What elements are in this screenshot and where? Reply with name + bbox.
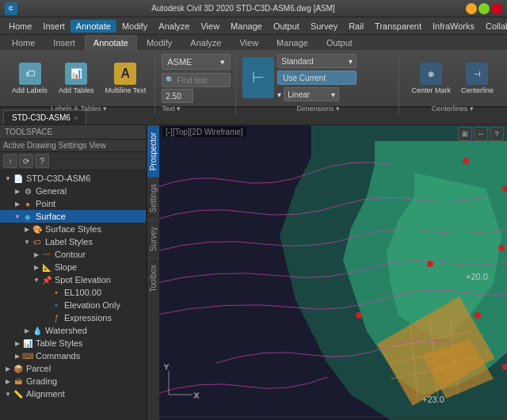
tree-icon-grading: 🏔 [13, 376, 24, 387]
menu-rail[interactable]: Rail [343, 20, 369, 32]
tree-icon-alignment: 📏 [13, 388, 24, 399]
tree-node-spot-elevation[interactable]: ▼ 📌 Spot Elevation [0, 273, 146, 286]
linear-label: ▾ [277, 90, 281, 99]
doc-tab-asm6[interactable]: STD-C3D-ASM6 × [3, 110, 86, 124]
menu-annotate[interactable]: Annotate [71, 20, 116, 32]
tree-node-expressions[interactable]: ƒ Expressions [0, 311, 146, 324]
text-size-field[interactable]: 2.50 [162, 89, 193, 103]
tab-output[interactable]: Output [318, 35, 361, 50]
add-labels-icon: 🏷 [19, 63, 41, 85]
centerlines-group-label: Centerlines ▾ [432, 105, 474, 113]
menu-transparent[interactable]: Transparent [369, 20, 427, 32]
multiline-text-button[interactable]: A Multiline Text [101, 60, 150, 97]
toolbar-btn-1[interactable]: ↑ [3, 154, 17, 168]
viewport[interactable]: [-][Top][2D Wireframe] [159, 125, 507, 420]
centerlines-group: ⊕ Center Mark ⊣ Centerline Centerlines ▾ [401, 52, 504, 114]
tree-node-general[interactable]: ▶ ⚙ General [0, 185, 146, 197]
standard-dropdown[interactable]: Standard ▾ [277, 54, 356, 68]
tree-icon-surface-styles: 🎨 [32, 223, 43, 235]
tree-node-slope[interactable]: ▶ 📐 Slope [0, 261, 146, 273]
tree-label-alignment: Alignment [26, 389, 65, 399]
close-button[interactable] [491, 3, 502, 14]
add-tables-button[interactable]: 📊 Add Tables [55, 60, 97, 97]
toolbar-btn-3[interactable]: ? [35, 154, 49, 168]
vp-btn-1[interactable]: ⊞ [458, 127, 472, 141]
side-tab-toolbox[interactable]: Toolbox [147, 258, 159, 298]
tree-arrow-slope: ▶ [32, 262, 41, 272]
dimension-button[interactable]: ⊢ [242, 57, 274, 98]
center-mark-label: Center Mark [411, 86, 451, 94]
toolbar-btn-2[interactable]: ⟳ [19, 154, 33, 168]
tab-manage[interactable]: Manage [268, 35, 317, 50]
center-mark-button[interactable]: ⊕ Center Mark [407, 60, 455, 97]
centerlines-buttons: ⊕ Center Mark ⊣ Centerline [407, 54, 497, 103]
tree-node-label-styles[interactable]: ▼ 🏷 Label Styles [0, 235, 146, 248]
tree-node-root[interactable]: ▼ 📄 STD-C3D-ASM6 [0, 172, 146, 185]
tree-node-commands[interactable]: ▶ ⌨ Commands [0, 349, 146, 362]
tree-node-surface[interactable]: ▼ ◆ Surface [0, 210, 146, 223]
menu-insert[interactable]: Insert [37, 20, 71, 32]
minimize-button[interactable] [466, 3, 477, 14]
side-tabs: Prospector Settings Survey Toolbox [147, 125, 159, 420]
asme-dropdown[interactable]: ASME ▾ [162, 54, 231, 70]
center-mark-icon: ⊕ [420, 63, 442, 85]
tree-arrow-contour: ▶ [32, 250, 41, 259]
tab-annotate[interactable]: Annotate [85, 35, 137, 50]
dimensions-group: ⊢ Standard ▾ Use Current ▾ Linear ▾ [238, 52, 399, 114]
side-tab-prospector[interactable]: Prospector [147, 125, 159, 177]
menu-output[interactable]: Output [268, 20, 305, 32]
side-tab-survey[interactable]: Survey [147, 220, 159, 258]
title-bar: C Autodesk Civil 3D 2020 STD-C3D-ASM6.dw… [0, 0, 507, 17]
use-current-button[interactable]: Use Current [277, 71, 356, 85]
linear-dropdown[interactable]: Linear ▾ [284, 87, 339, 101]
menu-home[interactable]: Home [3, 20, 37, 32]
vp-btn-2[interactable]: ↔ [474, 127, 488, 141]
tree-node-elevation-only[interactable]: 🔹 Elevation Only [0, 299, 146, 311]
ribbon-content: 🏷 Add Labels 📊 Add Tables A Multiline Te… [0, 50, 507, 116]
menu-collaborate[interactable]: Collaborate [480, 20, 507, 32]
doc-tab-close[interactable]: × [74, 114, 78, 122]
tree-node-el100[interactable]: 🔸 EL100.00 [0, 286, 146, 299]
tree-node-grading[interactable]: ▶ 🏔 Grading [0, 375, 146, 388]
add-labels-button[interactable]: 🏷 Add Labels [8, 60, 51, 97]
tree-node-alignment[interactable]: ▼ 📏 Alignment [0, 388, 146, 400]
menu-manage[interactable]: Manage [225, 20, 268, 32]
labels-tables-buttons: 🏷 Add Labels 📊 Add Tables A Multiline Te… [8, 54, 150, 103]
tree-node-surface-styles[interactable]: ▶ 🎨 Surface Styles [0, 223, 146, 235]
viewport-toolbar: ⊞ ↔ ? [458, 127, 504, 141]
app-icon: C [5, 2, 17, 15]
menu-infraworks[interactable]: InfraWorks [427, 20, 480, 32]
text-group: ASME ▾ 🔍 Find text 2.50 Text ▾ [157, 52, 236, 114]
tab-analyze[interactable]: Analyze [181, 35, 230, 50]
tree-node-point[interactable]: ▶ ● Point [0, 197, 146, 210]
tree-label-surface: Surface [36, 212, 66, 221]
tree-label-watershed: Watershed [45, 326, 87, 335]
multiline-text-icon: A [114, 63, 136, 85]
tree-node-contour[interactable]: ▶ 〰 Contour [0, 248, 146, 261]
tree-label-commands: Commands [36, 351, 80, 361]
tree-view: ▼ 📄 STD-C3D-ASM6 ▶ ⚙ General ▶ ● Point [0, 170, 146, 420]
tab-modify[interactable]: Modify [138, 35, 181, 50]
tree-node-table-styles[interactable]: ▶ 📊 Table Styles [0, 337, 146, 349]
main-area: TOOLSPACE Active Drawing Settings View ↑… [0, 125, 507, 420]
tree-icon-contour: 〰 [41, 249, 52, 260]
tab-home[interactable]: Home [3, 35, 44, 50]
tree-node-watershed[interactable]: ▶ 💧 Watershed [0, 324, 146, 337]
tab-insert[interactable]: Insert [44, 35, 84, 50]
tree-icon-commands: ⌨ [22, 350, 33, 361]
find-text-field[interactable]: 🔍 Find text [162, 73, 231, 87]
centerline-button[interactable]: ⊣ Centerline [457, 60, 497, 97]
side-tab-settings[interactable]: Settings [147, 177, 159, 219]
maximize-button[interactable] [478, 3, 490, 14]
add-labels-label: Add Labels [12, 86, 48, 94]
toolspace-header: TOOLSPACE [0, 125, 146, 139]
menu-analyze[interactable]: Analyze [153, 20, 195, 32]
tab-view[interactable]: View [231, 35, 267, 50]
tree-label-root: STD-C3D-ASM6 [26, 174, 90, 183]
menu-survey[interactable]: Survey [305, 20, 343, 32]
tree-node-parcel[interactable]: ▶ 📦 Parcel [0, 362, 146, 375]
menu-view[interactable]: View [195, 20, 225, 32]
tree-arrow-surface-styles: ▶ [22, 224, 32, 234]
menu-modify[interactable]: Modify [116, 20, 153, 32]
vp-btn-3[interactable]: ? [490, 127, 504, 141]
